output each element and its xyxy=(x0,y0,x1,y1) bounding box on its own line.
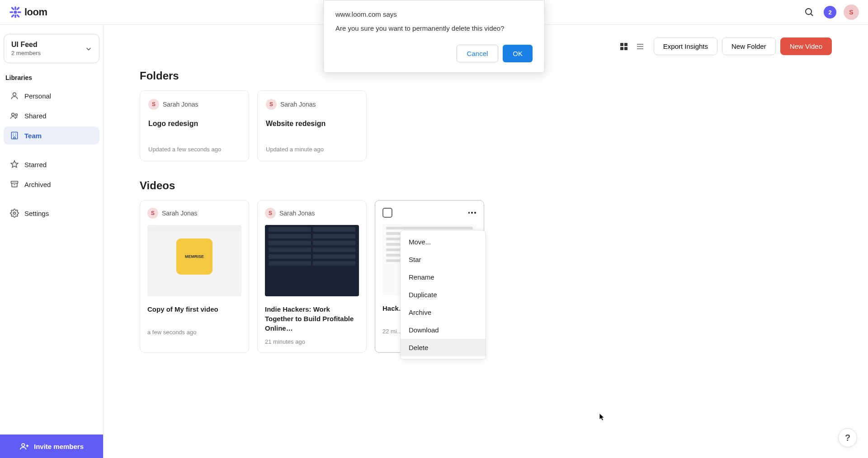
svg-rect-8 xyxy=(16,7,20,10)
svg-point-9 xyxy=(806,9,811,14)
menu-delete[interactable]: Delete xyxy=(401,339,486,356)
nav-label: Starred xyxy=(24,161,47,168)
videos-grid: S Sarah Jonas MEMRISE Copy of My first v… xyxy=(140,200,832,353)
menu-move[interactable]: Move... xyxy=(401,233,486,251)
confirm-dialog: www.loom.com says Are you sure you want … xyxy=(323,0,545,73)
brand-name: loom xyxy=(24,6,47,18)
view-toggle xyxy=(619,42,645,51)
svg-rect-5 xyxy=(11,7,14,10)
svg-rect-7 xyxy=(11,14,14,18)
dialog-cancel-button[interactable]: Cancel xyxy=(457,45,499,62)
sidebar: UI Feed 2 members Libraries Personal Sha… xyxy=(0,25,104,458)
nav-label: Personal xyxy=(24,92,51,100)
svg-rect-28 xyxy=(620,47,623,50)
folder-time: Updated a few seconds ago xyxy=(148,146,241,153)
svg-point-23 xyxy=(22,444,24,446)
main-content: Export Insights New Folder New Video Fol… xyxy=(104,25,868,458)
brand-logo[interactable]: loom xyxy=(9,6,47,19)
video-title: Indie Hackers: Work Together to Build Pr… xyxy=(265,304,359,333)
folder-title: Website redesign xyxy=(266,120,358,128)
svg-rect-29 xyxy=(624,47,627,50)
folder-time: Updated a minute ago xyxy=(266,146,358,153)
help-button[interactable]: ? xyxy=(838,428,857,447)
svg-point-22 xyxy=(14,212,16,215)
svg-rect-26 xyxy=(620,43,623,46)
building-icon xyxy=(10,131,19,140)
new-video-button[interactable]: New Video xyxy=(780,37,832,55)
context-menu: Move... Star Rename Duplicate Archive Do… xyxy=(400,230,486,360)
folders-grid: S Sarah Jonas Logo redesign Updated a fe… xyxy=(140,90,832,161)
workspace-name: UI Feed xyxy=(11,41,85,49)
svg-point-11 xyxy=(13,93,16,96)
nav-label: Settings xyxy=(24,210,49,217)
svg-rect-4 xyxy=(18,11,21,13)
cursor-icon xyxy=(599,413,605,421)
sidebar-item-starred[interactable]: Starred xyxy=(4,155,99,173)
sidebar-item-team[interactable]: Team xyxy=(4,126,99,145)
svg-rect-6 xyxy=(16,14,20,18)
svg-rect-27 xyxy=(624,43,627,46)
menu-duplicate[interactable]: Duplicate xyxy=(401,286,486,304)
notification-badge[interactable]: 2 xyxy=(824,6,836,19)
new-folder-button[interactable]: New Folder xyxy=(722,37,776,55)
folder-card[interactable]: S Sarah Jonas Website redesign Updated a… xyxy=(257,90,367,161)
video-card[interactable]: Hack… 22 mi… Move... Star Rename Duplica… xyxy=(375,200,484,353)
author-name: Sarah Jonas xyxy=(163,101,198,108)
svg-line-10 xyxy=(811,14,813,16)
archive-icon xyxy=(10,180,19,189)
nav-label: Team xyxy=(24,132,42,140)
dialog-message: Are you sure you want to permanently del… xyxy=(335,24,533,32)
search-icon[interactable] xyxy=(804,7,815,18)
star-icon xyxy=(10,160,19,169)
sidebar-item-settings[interactable]: Settings xyxy=(4,204,99,222)
avatar-initial: S xyxy=(266,99,277,110)
invite-members-button[interactable]: Invite members xyxy=(0,435,103,458)
video-time: a few seconds ago xyxy=(147,329,241,336)
avatar-initial: S xyxy=(148,99,159,110)
video-card[interactable]: S Sarah Jonas Indie Hackers: Work Togeth… xyxy=(257,200,367,353)
dialog-ok-button[interactable]: OK xyxy=(503,45,533,62)
list-view-icon[interactable] xyxy=(636,42,645,51)
video-thumbnail: MEMRISE xyxy=(147,225,241,296)
people-icon xyxy=(10,111,19,120)
svg-rect-20 xyxy=(11,181,18,183)
menu-download[interactable]: Download xyxy=(401,321,486,339)
folder-card[interactable]: S Sarah Jonas Logo redesign Updated a fe… xyxy=(140,90,249,161)
nav-label: Archived xyxy=(24,181,51,188)
svg-rect-2 xyxy=(14,14,16,18)
workspace-members: 2 members xyxy=(11,50,85,56)
svg-rect-1 xyxy=(14,6,16,10)
menu-rename[interactable]: Rename xyxy=(401,268,486,286)
sidebar-item-personal[interactable]: Personal xyxy=(4,87,99,105)
avatar-initial: S xyxy=(265,208,276,219)
svg-rect-3 xyxy=(9,11,13,13)
author-name: Sarah Jonas xyxy=(162,210,198,217)
select-checkbox[interactable] xyxy=(382,208,392,218)
video-time: 21 minutes ago xyxy=(265,338,359,345)
user-avatar[interactable]: S xyxy=(844,5,859,20)
nav-label: Shared xyxy=(24,112,46,120)
menu-archive[interactable]: Archive xyxy=(401,304,486,321)
author-name: Sarah Jonas xyxy=(279,210,315,217)
videos-heading: Videos xyxy=(140,179,832,192)
video-title: Copy of My first video xyxy=(147,304,241,323)
person-icon xyxy=(10,91,19,100)
chevron-down-icon xyxy=(85,46,92,52)
more-options-button[interactable] xyxy=(467,208,476,217)
menu-star[interactable]: Star xyxy=(401,251,486,268)
author-name: Sarah Jonas xyxy=(280,101,316,108)
svg-point-0 xyxy=(14,11,17,14)
video-thumbnail xyxy=(265,225,359,296)
svg-rect-19 xyxy=(14,137,15,139)
loom-icon xyxy=(9,6,22,19)
invite-icon xyxy=(19,441,29,451)
grid-view-icon[interactable] xyxy=(619,42,628,51)
export-insights-button[interactable]: Export Insights xyxy=(654,37,717,55)
sidebar-item-archived[interactable]: Archived xyxy=(4,175,99,193)
sidebar-item-shared[interactable]: Shared xyxy=(4,107,99,125)
gear-icon xyxy=(10,209,19,218)
workspace-selector[interactable]: UI Feed 2 members xyxy=(4,34,99,63)
avatar-initial: S xyxy=(147,208,158,219)
video-card[interactable]: S Sarah Jonas MEMRISE Copy of My first v… xyxy=(140,200,249,353)
invite-label: Invite members xyxy=(34,443,84,450)
